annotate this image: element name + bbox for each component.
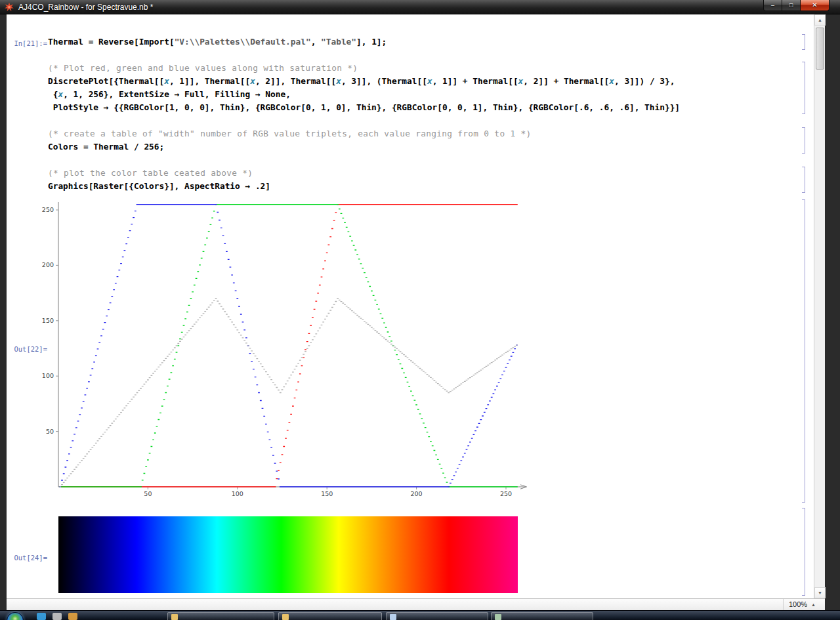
cell-bracket[interactable] <box>802 199 805 503</box>
code-line[interactable]: {x, 1, 256}, ExtentSize → Full, Filling … <box>48 89 680 102</box>
magnification-control[interactable]: 100% ▲ <box>783 599 821 610</box>
scroll-down-icon[interactable]: ▼ <box>814 587 826 598</box>
svg-text:100: 100 <box>42 372 54 379</box>
code-line[interactable]: PlotStyle → {{RGBColor[1, 0, 0], Thin}, … <box>48 102 680 115</box>
svg-text:250: 250 <box>42 206 54 213</box>
taskbar-window-button-3[interactable] <box>386 612 488 620</box>
start-button[interactable] <box>7 612 24 620</box>
zoom-level: 100% <box>789 599 807 610</box>
code-line[interactable]: (* plot the color table ceated above *) <box>48 168 270 181</box>
code-line[interactable]: DiscretePlot[{Thermal[[x, 1]], Thermal[[… <box>48 76 680 89</box>
svg-text:50: 50 <box>144 490 152 497</box>
svg-text:250: 250 <box>500 490 512 497</box>
taskbar-window-button-1[interactable] <box>167 612 274 620</box>
code-line[interactable]: Colors = Thermal / 256; <box>48 142 531 155</box>
cell-bracket[interactable] <box>802 167 805 193</box>
app-icon <box>495 614 501 620</box>
windows-taskbar[interactable] <box>0 610 840 620</box>
svg-text:200: 200 <box>42 261 54 268</box>
quicklaunch-explorer-icon[interactable] <box>52 613 62 620</box>
quicklaunch-folder-icon[interactable] <box>68 613 77 620</box>
svg-text:200: 200 <box>411 490 423 497</box>
status-bar[interactable]: 100% ▲ <box>7 598 825 610</box>
scroll-up-icon[interactable]: ▲ <box>814 14 826 26</box>
minimize-icon: – <box>771 3 774 9</box>
titlebar[interactable]: AJ4CO_Rainbow - for Spectravue.nb * – □ … <box>0 0 840 14</box>
app-icon <box>390 614 396 620</box>
maximize-button[interactable]: □ <box>782 0 800 11</box>
svg-text:50: 50 <box>46 428 54 435</box>
minimize-button[interactable]: – <box>763 0 782 11</box>
vertical-scrollbar[interactable]: ▲ ▼ <box>814 14 825 598</box>
mathematica-spikey-icon[interactable] <box>5 3 14 12</box>
rgb-curves-plot: 5010015020025050100150200250 <box>26 199 532 504</box>
svg-text:150: 150 <box>321 490 333 497</box>
close-icon: ✕ <box>812 2 817 9</box>
notebook-content[interactable]: In[21]:= Thermal = Reverse[Import["V:\\P… <box>7 14 814 598</box>
cell-bracket[interactable] <box>802 508 805 596</box>
cell-label-in21: In[21]:= <box>13 37 47 50</box>
input-cell-1[interactable]: Thermal = Reverse[Import["V:\\Palettes\\… <box>48 37 387 50</box>
raster-color-gradient-output <box>58 516 518 593</box>
window-title: AJ4CO_Rainbow - for Spectravue.nb * <box>18 3 153 12</box>
maximize-icon: □ <box>789 3 793 9</box>
input-cell-4[interactable]: (* plot the color table ceated above *)G… <box>48 168 270 194</box>
code-line[interactable]: (* Plot red, green and blue values along… <box>48 63 680 76</box>
cell-bracket[interactable] <box>802 127 805 154</box>
cell-label-out24: Out[24]= <box>13 551 47 564</box>
zoom-popup-arrow-icon: ▲ <box>811 599 816 610</box>
folder-icon <box>171 614 178 620</box>
scrollbar-thumb[interactable] <box>816 28 824 70</box>
code-line[interactable]: (* create a table of "width" number of R… <box>48 129 531 142</box>
discrete-plot-output: 5010015020025050100150200250 <box>26 199 532 504</box>
code-line[interactable]: Thermal = Reverse[Import["V:\\Palettes\\… <box>48 37 387 50</box>
svg-text:100: 100 <box>232 490 243 497</box>
quicklaunch-browser-icon[interactable] <box>37 613 46 620</box>
mathematica-window: AJ4CO_Rainbow - for Spectravue.nb * – □ … <box>0 0 840 611</box>
input-cell-3[interactable]: (* create a table of "width" number of R… <box>48 129 531 155</box>
code-line[interactable]: Graphics[Raster[{Colors}], AspectRatio →… <box>48 181 270 194</box>
cell-bracket[interactable] <box>802 34 805 50</box>
close-button[interactable]: ✕ <box>800 0 830 11</box>
cell-bracket[interactable] <box>802 62 805 114</box>
taskbar-window-button-4[interactable] <box>491 612 593 620</box>
folder-icon <box>282 614 289 620</box>
taskbar-window-button-2[interactable] <box>278 612 382 620</box>
window-controls: – □ ✕ <box>763 0 830 11</box>
svg-text:150: 150 <box>42 317 54 324</box>
input-cell-2[interactable]: (* Plot red, green and blue values along… <box>48 63 680 115</box>
